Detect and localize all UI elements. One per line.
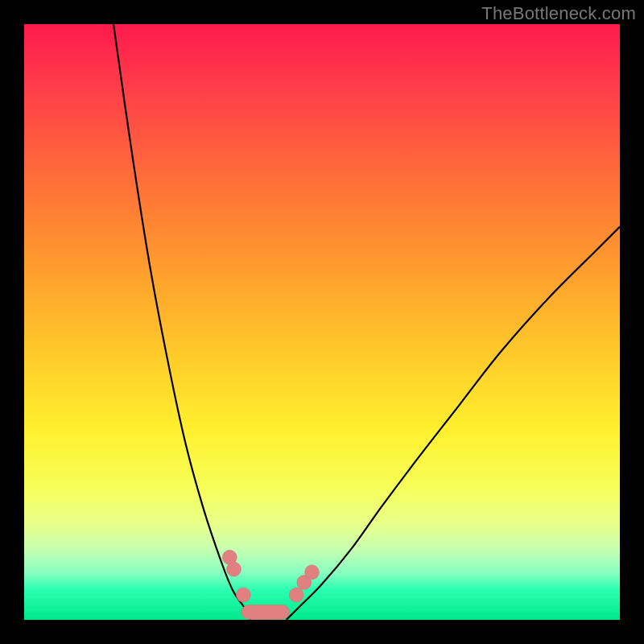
curve-right — [287, 227, 620, 620]
curve-left — [114, 24, 250, 620]
marker-bottom-pill — [242, 605, 289, 619]
chart-svg — [24, 24, 620, 620]
marker-group-right — [289, 565, 319, 602]
marker-dot — [289, 588, 303, 602]
marker-dot — [304, 565, 319, 580]
marker-dot — [236, 588, 250, 602]
marker-dot — [226, 562, 241, 576]
watermark-text: TheBottleneck.com — [481, 3, 636, 24]
